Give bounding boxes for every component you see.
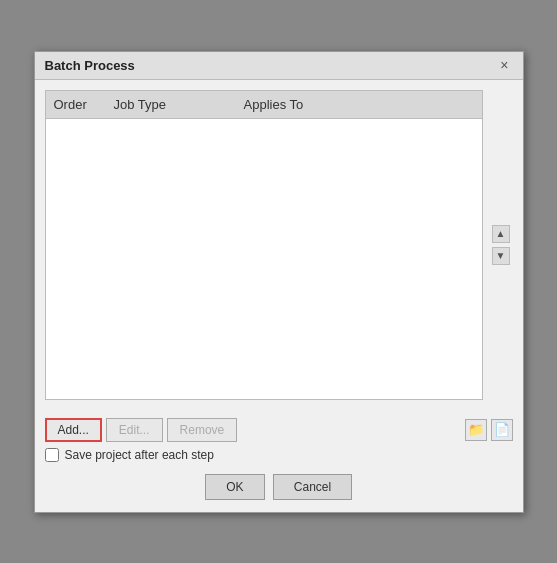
batch-process-dialog: Batch Process × Order Job Type Applies T… — [34, 51, 524, 513]
table-body — [46, 119, 482, 399]
scroll-down-button[interactable]: ▼ — [492, 247, 510, 265]
save-project-label: Save project after each step — [65, 448, 214, 462]
main-content: Order Job Type Applies To ▲ ▼ — [35, 80, 523, 410]
bottom-section: Add... Edit... Remove 📁 📄 Save project a… — [35, 410, 523, 466]
action-row: Add... Edit... Remove 📁 📄 — [45, 418, 513, 442]
col-header-jobtype: Job Type — [106, 95, 236, 114]
add-button[interactable]: Add... — [45, 418, 102, 442]
dialog-title: Batch Process — [45, 58, 135, 73]
folder-icon: 📁 — [468, 422, 484, 437]
edit-button[interactable]: Edit... — [106, 418, 163, 442]
scroll-up-button[interactable]: ▲ — [492, 225, 510, 243]
table-header: Order Job Type Applies To — [46, 91, 482, 119]
scrollbar: ▲ ▼ — [489, 90, 513, 400]
file-icon: 📄 — [494, 422, 510, 437]
remove-button[interactable]: Remove — [167, 418, 238, 442]
file-icon-button[interactable]: 📄 — [491, 419, 513, 441]
title-bar: Batch Process × — [35, 52, 523, 80]
cancel-button[interactable]: Cancel — [273, 474, 352, 500]
close-button[interactable]: × — [496, 58, 512, 72]
col-header-appliesto: Applies To — [236, 95, 482, 114]
job-table: Order Job Type Applies To — [45, 90, 483, 400]
save-project-checkbox[interactable] — [45, 448, 59, 462]
folder-icon-button[interactable]: 📁 — [465, 419, 487, 441]
ok-button[interactable]: OK — [205, 474, 265, 500]
col-header-order: Order — [46, 95, 106, 114]
save-project-row: Save project after each step — [45, 448, 513, 462]
dialog-footer: OK Cancel — [35, 466, 523, 512]
